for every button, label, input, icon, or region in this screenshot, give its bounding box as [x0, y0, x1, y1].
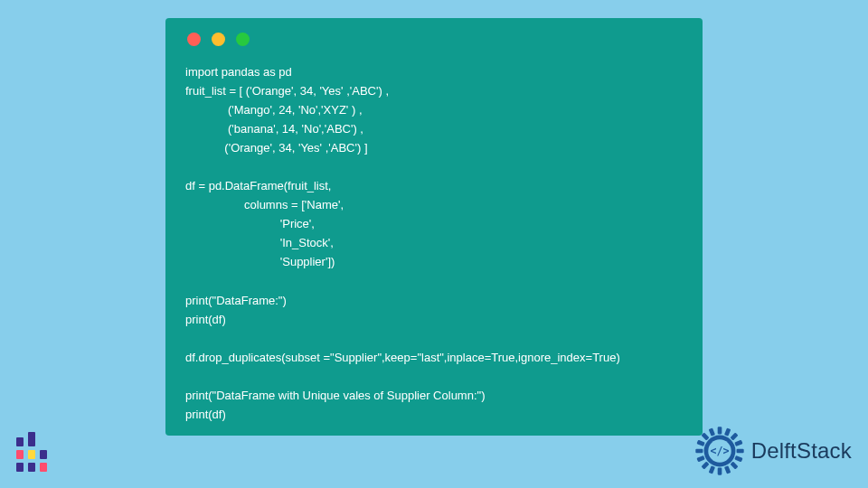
- svg-rect-16: [734, 455, 742, 462]
- svg-rect-13: [734, 440, 742, 446]
- svg-rect-7: [701, 432, 709, 440]
- code-content: import pandas as pd fruit_list = [ ('Ora…: [185, 62, 683, 424]
- svg-text:</>: </>: [710, 445, 729, 457]
- close-icon: [187, 33, 201, 46]
- svg-rect-8: [730, 461, 738, 469]
- code-panel: import pandas as pd fruit_list = [ ('Ora…: [165, 18, 703, 436]
- maximize-icon: [236, 33, 250, 46]
- svg-rect-3: [695, 449, 703, 454]
- window-controls: [185, 33, 683, 46]
- svg-rect-9: [724, 427, 731, 436]
- bars-logo-icon: [16, 434, 54, 472]
- brand-area: </> DelftStack: [693, 425, 852, 477]
- svg-rect-10: [708, 465, 714, 474]
- minimize-icon: [212, 33, 225, 46]
- svg-rect-12: [724, 465, 731, 474]
- svg-rect-6: [701, 461, 709, 469]
- delftstack-gear-icon: </>: [693, 425, 746, 477]
- svg-rect-1: [717, 427, 722, 434]
- svg-rect-14: [696, 455, 704, 462]
- svg-rect-2: [717, 468, 722, 475]
- svg-rect-15: [696, 440, 704, 446]
- svg-rect-5: [730, 432, 738, 440]
- svg-rect-4: [736, 449, 743, 454]
- svg-rect-11: [708, 427, 714, 436]
- brand-name: DelftStack: [751, 438, 852, 464]
